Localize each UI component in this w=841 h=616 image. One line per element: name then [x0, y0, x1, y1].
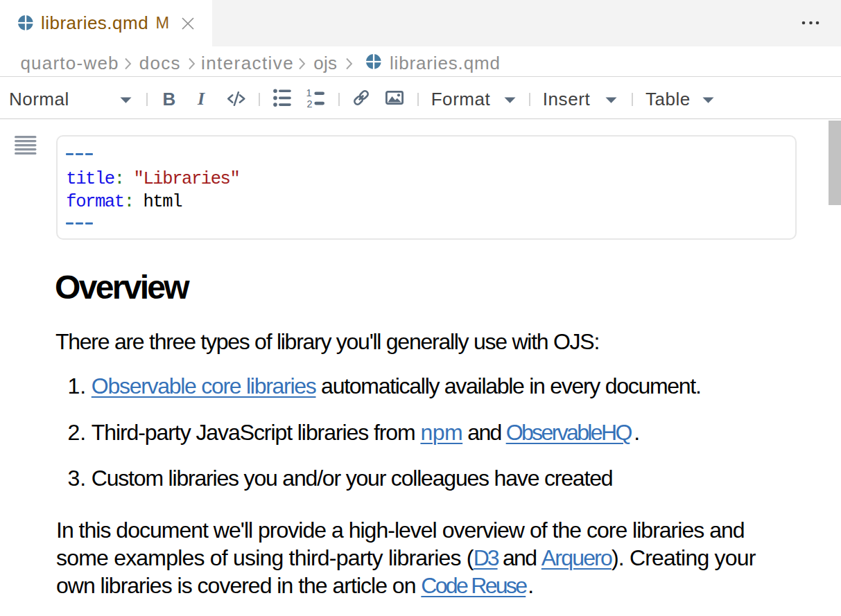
svg-text:2: 2 — [306, 98, 312, 108]
svg-text:1: 1 — [306, 89, 311, 98]
